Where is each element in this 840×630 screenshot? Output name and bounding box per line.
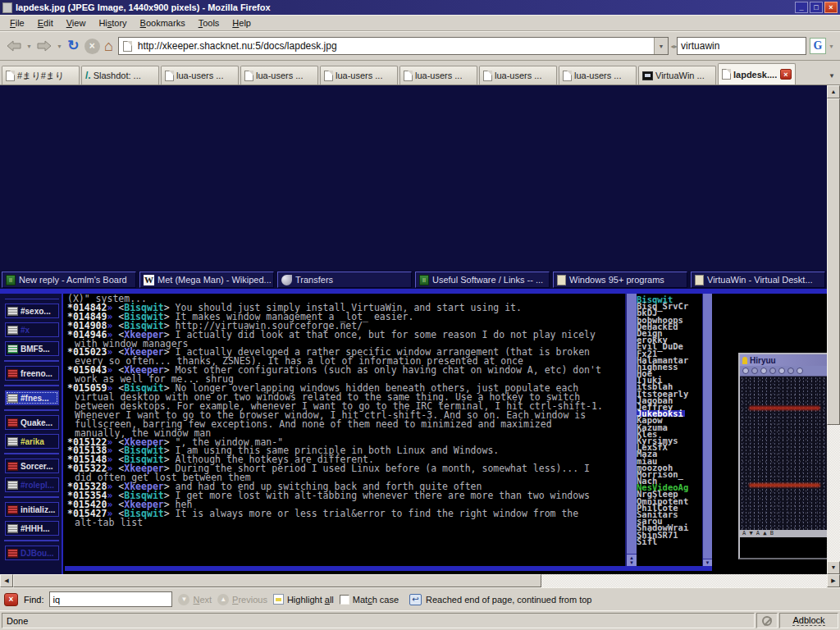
lapdesk-image[interactable]: IINew reply - Acmlm's BoardWMet (Mega Ma… (0, 85, 827, 574)
find-next-button[interactable]: ▼ Next (178, 594, 212, 605)
chat-message: *015043» <Xkeeper> Most other configurat… (67, 366, 604, 384)
image-tab-label: New reply - Acmlm's Board (19, 275, 127, 285)
toolbar-splitter[interactable]: ◂▸ (672, 38, 676, 54)
google-engine-icon[interactable]: G (810, 38, 826, 54)
hiryuu-status-strip: A ▼ A ▲ B (740, 530, 827, 537)
down-arrow-icon: ▼ (178, 594, 189, 605)
stop-button[interactable]: × (83, 34, 102, 57)
browser-tab[interactable]: /.Slashdot: ... (81, 66, 159, 84)
scroll-right-button[interactable]: ▶ (827, 574, 840, 587)
search-input[interactable] (678, 39, 810, 52)
image-browser-tab: Transfers (277, 272, 412, 288)
irc-channel-list: #sexo...#xBMF5...freeno...#fnes...Quake.… (0, 294, 63, 574)
channel-label: #x (21, 326, 30, 335)
board-icon: II (419, 275, 429, 285)
page-icon (563, 71, 572, 81)
browser-tab[interactable]: lua-users ... (399, 66, 477, 84)
find-previous-button[interactable]: ▲ Previous (217, 594, 267, 605)
channel-item: BMF5... (5, 341, 59, 356)
vertical-scrollbar[interactable]: ▲ ▼ (827, 85, 840, 574)
engine-dropdown[interactable]: ▼ (827, 43, 836, 49)
tab-label: Slashdot: ... (94, 71, 141, 80)
image-browser-tab: IIUseful Software / Links -- ... (415, 272, 550, 288)
adblock-icon-pane[interactable] (756, 613, 778, 628)
channel-item: initializ... (5, 502, 59, 517)
scroll-down-button[interactable]: ▼ (827, 561, 840, 574)
channel-item: #fnes... (5, 390, 59, 405)
match-case-option[interactable]: Match case (340, 595, 399, 605)
scroll-left-button[interactable]: ◀ (0, 574, 13, 587)
channel-group-separator (4, 540, 59, 541)
browser-tab[interactable]: lua-users ... (559, 66, 637, 84)
vertical-scroll-thumb[interactable] (827, 98, 840, 425)
status-message: Done (2, 613, 755, 628)
menu-file[interactable]: File (3, 16, 31, 30)
tab-overflow-dropdown[interactable]: ▼ (825, 66, 838, 84)
browser-tab[interactable]: lapdesk....× (718, 63, 796, 84)
highlight-all-button[interactable]: Highlight all (273, 594, 334, 605)
navigation-toolbar: ▼ ▼ ↻ × ⌂ ▼ ◂▸ ▼ G ▼ (0, 31, 840, 61)
forward-dropdown[interactable]: ▼ (55, 43, 64, 49)
channel-group-separator (4, 409, 59, 411)
monitor-icon (642, 71, 653, 80)
stop-icon: × (84, 39, 100, 54)
url-history-dropdown[interactable]: ▼ (654, 38, 668, 54)
irc-nicklist-scrollbar: ▼ (702, 294, 712, 566)
back-dropdown[interactable]: ▼ (25, 43, 34, 49)
horizontal-scroll-thumb[interactable] (13, 574, 541, 587)
channel-item-partial (5, 295, 59, 299)
irc-chat-log: (X)" system...*014842» <Bisqwit> You sho… (65, 294, 625, 566)
page-icon (722, 69, 731, 80)
wikipedia-icon: W (144, 275, 154, 285)
menu-history[interactable]: History (92, 16, 133, 30)
browser-tab[interactable]: #まり#まり (2, 66, 80, 84)
maximize-button[interactable]: □ (810, 2, 823, 13)
url-input[interactable] (136, 39, 654, 52)
find-input[interactable] (49, 591, 172, 607)
tab-label: VirtuaWin ... (655, 71, 705, 80)
channel-item: #sexo... (5, 304, 59, 318)
window-title: lapdesk.jpg (JPEG Image, 1440x900 pixels… (16, 2, 793, 12)
reload-button[interactable]: ↻ (65, 38, 82, 55)
hiryuu-toolbar-icon (760, 368, 767, 374)
search-box[interactable]: ▼ (677, 37, 806, 55)
tab-label: lapdesk.... (733, 70, 777, 80)
adblock-status[interactable]: Adblock (779, 613, 838, 628)
horizontal-scrollbar[interactable]: ◀ ▶ (0, 574, 840, 587)
browser-tab[interactable]: lua-users ... (320, 66, 398, 84)
forward-button[interactable] (34, 34, 54, 57)
close-button[interactable]: × (824, 2, 838, 13)
channel-item: DJBou... (5, 546, 59, 560)
url-bar[interactable]: ▼ (118, 37, 669, 55)
menu-bookmarks[interactable]: Bookmarks (134, 16, 192, 30)
channel-icon (7, 326, 18, 335)
home-button[interactable]: ⌂ (103, 34, 115, 57)
menu-tools[interactable]: Tools (192, 16, 226, 30)
wrap-around-icon: ↩ (409, 594, 422, 605)
browser-tab[interactable]: VirtuaWin ... (638, 66, 716, 84)
minimize-button[interactable]: _ (795, 2, 808, 13)
scroll-up-button[interactable]: ▲ (827, 85, 840, 98)
browser-content: IINew reply - Acmlm's BoardWMet (Mega Ma… (0, 85, 840, 574)
red-streak (749, 406, 820, 410)
home-icon: ⌂ (104, 38, 113, 54)
menu-help[interactable]: Help (226, 16, 258, 30)
menu-view[interactable]: View (60, 16, 93, 30)
browser-tab[interactable]: lua-users ... (161, 66, 239, 84)
back-icon (6, 40, 22, 52)
find-close-button[interactable]: × (4, 593, 18, 606)
channel-icon (7, 524, 18, 533)
match-case-checkbox[interactable] (340, 595, 349, 605)
channel-item: freeno... (5, 366, 59, 381)
image-irc-client: #sexo...#xBMF5...freeno...#fnes...Quake.… (0, 294, 827, 574)
browser-tab[interactable]: lua-users ... (479, 66, 557, 84)
back-button[interactable] (4, 34, 24, 57)
reload-icon: ↻ (67, 38, 79, 54)
tab-label: #まり#まり (17, 70, 64, 82)
channel-label: #HHH... (21, 524, 50, 533)
satellite-dish-icon (281, 275, 292, 285)
browser-tab[interactable]: lua-users ... (240, 66, 318, 84)
channel-item: Sorcer... (5, 459, 59, 473)
tab-close-icon[interactable]: × (780, 69, 792, 80)
menu-edit[interactable]: Edit (31, 16, 60, 30)
